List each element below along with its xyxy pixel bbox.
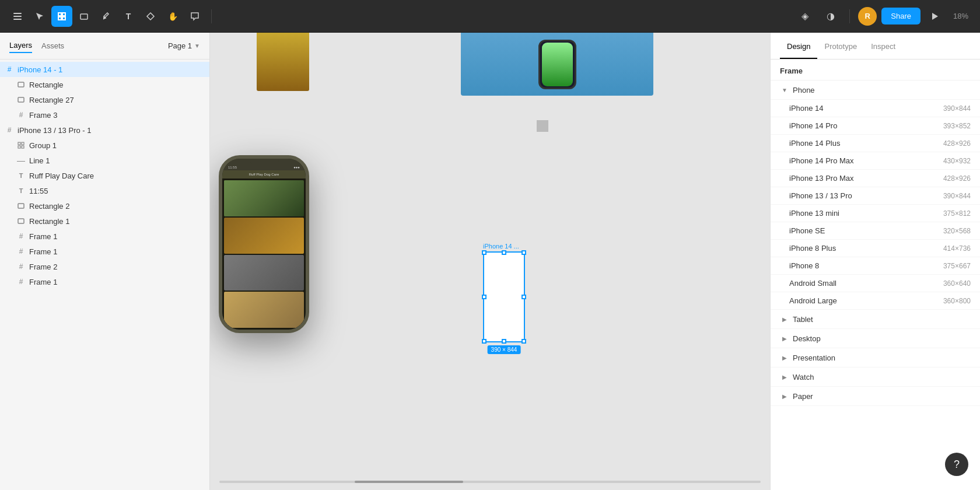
layer-item[interactable]: # Frame 3 (0, 107, 209, 123)
layer-label: Rectangle 27 (29, 96, 74, 104)
layer-item[interactable]: T 11:55 (0, 183, 209, 198)
svg-rect-5 (58, 17, 61, 20)
size-name: iPhone 13 mini (789, 209, 839, 218)
svg-rect-12 (18, 142, 20, 145)
handle-tm[interactable] (502, 250, 506, 255)
handle-bm[interactable] (502, 339, 506, 344)
selected-frame-container: iPhone 14 ... 390 × 844 (483, 243, 525, 342)
category-label: Presentation (793, 354, 835, 362)
layer-item[interactable]: # Frame 2 (0, 259, 209, 274)
svg-rect-14 (18, 146, 20, 148)
layer-item[interactable]: Rectangle 1 (0, 214, 209, 229)
category-label: Watch (793, 373, 814, 382)
frame-size-item[interactable]: iPhone 13 mini 375×812 (771, 205, 980, 222)
frame-tool[interactable] (51, 6, 72, 27)
line-icon: — (16, 156, 26, 165)
share-button[interactable]: Share (881, 8, 921, 24)
frame-size-item[interactable]: iPhone 13 Pro Max 428×926 (771, 170, 980, 187)
layer-item[interactable]: Rectangle 2 (0, 198, 209, 214)
watch-category[interactable]: ▶ Watch (771, 368, 980, 387)
layer-item[interactable]: Rectangle 27 (0, 92, 209, 107)
handle-tr[interactable] (522, 250, 526, 255)
layer-item[interactable]: # iPhone 14 - 1 (0, 62, 209, 77)
frame-size-item[interactable]: iPhone 14 Pro 393×852 (771, 117, 980, 135)
layer-item[interactable]: — Line 1 (0, 153, 209, 168)
svg-rect-11 (18, 97, 24, 102)
frame-size-item[interactable]: iPhone 13 / 13 Pro 390×844 (771, 187, 980, 205)
tab-inspect[interactable]: Inspect (864, 33, 902, 59)
frame-size-item[interactable]: iPhone 8 Plus 414×736 (771, 240, 980, 257)
svg-rect-7 (80, 14, 88, 19)
svg-rect-3 (58, 13, 61, 16)
selected-frame[interactable]: 390 × 844 (483, 251, 525, 342)
menu-tool[interactable] (7, 6, 28, 27)
page-selector[interactable]: Page 1 ▼ (168, 41, 200, 50)
canvas-area[interactable]: 11:55 ●●● Ruff Play Dog Care (210, 33, 770, 490)
frame-icon: # (16, 277, 26, 286)
frame-size-item[interactable]: iPhone 14 Plus 428×926 (771, 135, 980, 152)
handle-tl[interactable] (482, 250, 487, 255)
size-name: iPhone SE (789, 226, 825, 235)
tablet-category[interactable]: ▶ Tablet (771, 310, 980, 329)
contrast-tool[interactable]: ◑ (820, 6, 841, 27)
size-name: iPhone 13 Pro Max (789, 174, 854, 183)
presentation-category[interactable]: ▶ Presentation (771, 348, 980, 368)
dimension-label: 390 × 844 (488, 345, 521, 354)
layer-item[interactable]: # Frame 1 (0, 244, 209, 259)
layer-item[interactable]: T Ruff Play Day Care (0, 168, 209, 183)
size-dims: 393×852 (943, 122, 971, 130)
text-tool[interactable]: T (118, 6, 139, 27)
layer-label: Line 1 (29, 156, 50, 165)
help-button[interactable]: ? (945, 453, 968, 476)
svg-rect-17 (18, 219, 24, 223)
layer-label: Rectangle (29, 80, 64, 89)
zoom-level: 18% (949, 12, 973, 20)
frame-size-item[interactable]: iPhone 8 375×667 (771, 257, 980, 275)
move-tool[interactable] (29, 6, 50, 27)
svg-rect-15 (22, 146, 24, 148)
frame-size-item[interactable]: iPhone 14 390×844 (771, 100, 980, 117)
shape-tool[interactable] (74, 6, 94, 27)
toolbar-separator-2 (849, 9, 850, 23)
size-name: Android Large (789, 296, 837, 305)
pen-tool[interactable] (96, 6, 117, 27)
plugins-tool[interactable]: ◈ (794, 6, 816, 27)
phone-category[interactable]: ▼ Phone (771, 80, 980, 100)
svg-rect-13 (22, 142, 24, 145)
handle-br[interactable] (522, 339, 526, 344)
left-panel-header: Layers Assets Page 1 ▼ (0, 33, 209, 60)
frame-size-item[interactable]: iPhone 14 Pro Max 430×932 (771, 152, 980, 170)
frame-size-item[interactable]: Android Small 360×640 (771, 275, 980, 292)
handle-mr[interactable] (522, 295, 526, 299)
size-name: iPhone 14 Pro (789, 121, 837, 130)
frame-icon: # (16, 232, 26, 241)
canvas-scrollbar[interactable] (210, 481, 770, 485)
play-button[interactable] (925, 7, 944, 26)
paper-category[interactable]: ▶ Paper (771, 387, 980, 406)
desktop-category[interactable]: ▶ Desktop (771, 329, 980, 348)
tab-design[interactable]: Design (780, 33, 817, 59)
frame-size-item[interactable]: iPhone SE 320×568 (771, 222, 980, 240)
layer-item[interactable]: Group 1 (0, 138, 209, 153)
layer-item[interactable]: Rectangle (0, 77, 209, 92)
scrollbar-thumb[interactable] (355, 481, 463, 483)
size-dims: 320×568 (943, 227, 971, 235)
component-tool[interactable] (140, 6, 161, 27)
category-collapse-arrow: ▶ (780, 391, 789, 401)
layer-item[interactable]: # Frame 1 (0, 229, 209, 244)
size-dims: 360×640 (943, 279, 971, 288)
hand-tool[interactable]: ✋ (162, 6, 183, 27)
handle-bl[interactable] (482, 339, 487, 344)
size-name: iPhone 8 (789, 261, 819, 270)
main-layout: Layers Assets Page 1 ▼ # iPhone 14 - 1 R… (0, 33, 980, 490)
tab-prototype[interactable]: Prototype (817, 33, 864, 59)
layer-item[interactable]: # iPhone 13 / 13 Pro - 1 (0, 123, 209, 138)
frame-icon: # (16, 247, 26, 256)
layer-item[interactable]: # Frame 1 (0, 274, 209, 289)
tab-assets[interactable]: Assets (41, 39, 64, 52)
comment-tool[interactable] (184, 6, 205, 27)
handle-ml[interactable] (482, 295, 487, 299)
frame-size-item[interactable]: Android Large 360×800 (771, 292, 980, 310)
size-dims: 430×932 (943, 157, 971, 165)
tab-layers[interactable]: Layers (9, 38, 32, 53)
